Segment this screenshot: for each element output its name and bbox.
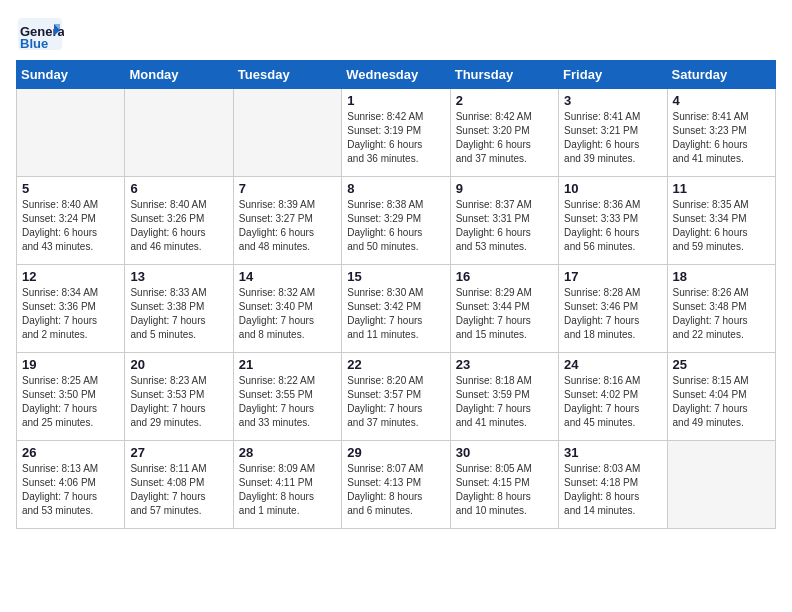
day-number: 30: [456, 445, 553, 460]
day-info: Sunrise: 8:05 AM Sunset: 4:15 PM Dayligh…: [456, 462, 553, 518]
calendar-cell: 16Sunrise: 8:29 AM Sunset: 3:44 PM Dayli…: [450, 265, 558, 353]
day-info: Sunrise: 8:11 AM Sunset: 4:08 PM Dayligh…: [130, 462, 227, 518]
calendar-table: SundayMondayTuesdayWednesdayThursdayFrid…: [16, 60, 776, 529]
calendar-week-4: 19Sunrise: 8:25 AM Sunset: 3:50 PM Dayli…: [17, 353, 776, 441]
day-number: 13: [130, 269, 227, 284]
day-number: 18: [673, 269, 770, 284]
day-number: 31: [564, 445, 661, 460]
calendar-cell: 30Sunrise: 8:05 AM Sunset: 4:15 PM Dayli…: [450, 441, 558, 529]
day-info: Sunrise: 8:41 AM Sunset: 3:21 PM Dayligh…: [564, 110, 661, 166]
calendar-cell: 25Sunrise: 8:15 AM Sunset: 4:04 PM Dayli…: [667, 353, 775, 441]
day-info: Sunrise: 8:23 AM Sunset: 3:53 PM Dayligh…: [130, 374, 227, 430]
logo: General Blue: [16, 16, 64, 52]
day-info: Sunrise: 8:13 AM Sunset: 4:06 PM Dayligh…: [22, 462, 119, 518]
calendar-cell: 9Sunrise: 8:37 AM Sunset: 3:31 PM Daylig…: [450, 177, 558, 265]
day-number: 2: [456, 93, 553, 108]
day-number: 9: [456, 181, 553, 196]
day-info: Sunrise: 8:26 AM Sunset: 3:48 PM Dayligh…: [673, 286, 770, 342]
weekday-header-sunday: Sunday: [17, 61, 125, 89]
day-number: 10: [564, 181, 661, 196]
calendar-cell: 28Sunrise: 8:09 AM Sunset: 4:11 PM Dayli…: [233, 441, 341, 529]
day-info: Sunrise: 8:40 AM Sunset: 3:24 PM Dayligh…: [22, 198, 119, 254]
day-number: 15: [347, 269, 444, 284]
day-number: 26: [22, 445, 119, 460]
day-number: 28: [239, 445, 336, 460]
day-number: 24: [564, 357, 661, 372]
day-number: 11: [673, 181, 770, 196]
day-info: Sunrise: 8:16 AM Sunset: 4:02 PM Dayligh…: [564, 374, 661, 430]
calendar-cell: 11Sunrise: 8:35 AM Sunset: 3:34 PM Dayli…: [667, 177, 775, 265]
calendar-cell: 19Sunrise: 8:25 AM Sunset: 3:50 PM Dayli…: [17, 353, 125, 441]
day-info: Sunrise: 8:33 AM Sunset: 3:38 PM Dayligh…: [130, 286, 227, 342]
day-number: 12: [22, 269, 119, 284]
calendar-cell: 22Sunrise: 8:20 AM Sunset: 3:57 PM Dayli…: [342, 353, 450, 441]
calendar-cell: 23Sunrise: 8:18 AM Sunset: 3:59 PM Dayli…: [450, 353, 558, 441]
day-info: Sunrise: 8:18 AM Sunset: 3:59 PM Dayligh…: [456, 374, 553, 430]
day-number: 20: [130, 357, 227, 372]
day-info: Sunrise: 8:37 AM Sunset: 3:31 PM Dayligh…: [456, 198, 553, 254]
day-info: Sunrise: 8:07 AM Sunset: 4:13 PM Dayligh…: [347, 462, 444, 518]
calendar-cell: 18Sunrise: 8:26 AM Sunset: 3:48 PM Dayli…: [667, 265, 775, 353]
calendar-cell: [125, 89, 233, 177]
calendar-cell: [17, 89, 125, 177]
day-number: 5: [22, 181, 119, 196]
logo-icon: General Blue: [16, 16, 64, 52]
calendar-cell: 27Sunrise: 8:11 AM Sunset: 4:08 PM Dayli…: [125, 441, 233, 529]
day-number: 17: [564, 269, 661, 284]
calendar-cell: 26Sunrise: 8:13 AM Sunset: 4:06 PM Dayli…: [17, 441, 125, 529]
day-number: 29: [347, 445, 444, 460]
calendar-week-5: 26Sunrise: 8:13 AM Sunset: 4:06 PM Dayli…: [17, 441, 776, 529]
calendar-cell: 31Sunrise: 8:03 AM Sunset: 4:18 PM Dayli…: [559, 441, 667, 529]
calendar-cell: 3Sunrise: 8:41 AM Sunset: 3:21 PM Daylig…: [559, 89, 667, 177]
calendar-cell: 7Sunrise: 8:39 AM Sunset: 3:27 PM Daylig…: [233, 177, 341, 265]
weekday-header-saturday: Saturday: [667, 61, 775, 89]
weekday-header-thursday: Thursday: [450, 61, 558, 89]
day-info: Sunrise: 8:39 AM Sunset: 3:27 PM Dayligh…: [239, 198, 336, 254]
day-number: 22: [347, 357, 444, 372]
calendar-cell: [667, 441, 775, 529]
weekday-header-wednesday: Wednesday: [342, 61, 450, 89]
calendar-week-2: 5Sunrise: 8:40 AM Sunset: 3:24 PM Daylig…: [17, 177, 776, 265]
calendar-cell: 2Sunrise: 8:42 AM Sunset: 3:20 PM Daylig…: [450, 89, 558, 177]
calendar-cell: 5Sunrise: 8:40 AM Sunset: 3:24 PM Daylig…: [17, 177, 125, 265]
day-number: 14: [239, 269, 336, 284]
calendar-cell: 13Sunrise: 8:33 AM Sunset: 3:38 PM Dayli…: [125, 265, 233, 353]
day-info: Sunrise: 8:03 AM Sunset: 4:18 PM Dayligh…: [564, 462, 661, 518]
calendar-cell: 17Sunrise: 8:28 AM Sunset: 3:46 PM Dayli…: [559, 265, 667, 353]
day-number: 21: [239, 357, 336, 372]
weekday-header-friday: Friday: [559, 61, 667, 89]
calendar-cell: 24Sunrise: 8:16 AM Sunset: 4:02 PM Dayli…: [559, 353, 667, 441]
weekday-header-monday: Monday: [125, 61, 233, 89]
day-number: 25: [673, 357, 770, 372]
day-info: Sunrise: 8:20 AM Sunset: 3:57 PM Dayligh…: [347, 374, 444, 430]
calendar-cell: 8Sunrise: 8:38 AM Sunset: 3:29 PM Daylig…: [342, 177, 450, 265]
day-number: 4: [673, 93, 770, 108]
day-number: 6: [130, 181, 227, 196]
calendar-cell: 14Sunrise: 8:32 AM Sunset: 3:40 PM Dayli…: [233, 265, 341, 353]
day-info: Sunrise: 8:32 AM Sunset: 3:40 PM Dayligh…: [239, 286, 336, 342]
calendar-cell: 29Sunrise: 8:07 AM Sunset: 4:13 PM Dayli…: [342, 441, 450, 529]
day-number: 19: [22, 357, 119, 372]
weekday-header-row: SundayMondayTuesdayWednesdayThursdayFrid…: [17, 61, 776, 89]
calendar-cell: 4Sunrise: 8:41 AM Sunset: 3:23 PM Daylig…: [667, 89, 775, 177]
page-header: General Blue: [16, 16, 776, 52]
day-number: 7: [239, 181, 336, 196]
day-info: Sunrise: 8:15 AM Sunset: 4:04 PM Dayligh…: [673, 374, 770, 430]
calendar-cell: 6Sunrise: 8:40 AM Sunset: 3:26 PM Daylig…: [125, 177, 233, 265]
svg-text:Blue: Blue: [20, 36, 48, 51]
day-info: Sunrise: 8:36 AM Sunset: 3:33 PM Dayligh…: [564, 198, 661, 254]
day-number: 8: [347, 181, 444, 196]
day-info: Sunrise: 8:41 AM Sunset: 3:23 PM Dayligh…: [673, 110, 770, 166]
weekday-header-tuesday: Tuesday: [233, 61, 341, 89]
calendar-cell: 21Sunrise: 8:22 AM Sunset: 3:55 PM Dayli…: [233, 353, 341, 441]
day-info: Sunrise: 8:28 AM Sunset: 3:46 PM Dayligh…: [564, 286, 661, 342]
calendar-cell: [233, 89, 341, 177]
calendar-week-1: 1Sunrise: 8:42 AM Sunset: 3:19 PM Daylig…: [17, 89, 776, 177]
day-info: Sunrise: 8:42 AM Sunset: 3:20 PM Dayligh…: [456, 110, 553, 166]
calendar-week-3: 12Sunrise: 8:34 AM Sunset: 3:36 PM Dayli…: [17, 265, 776, 353]
calendar-cell: 20Sunrise: 8:23 AM Sunset: 3:53 PM Dayli…: [125, 353, 233, 441]
calendar-cell: 10Sunrise: 8:36 AM Sunset: 3:33 PM Dayli…: [559, 177, 667, 265]
day-number: 3: [564, 93, 661, 108]
day-info: Sunrise: 8:22 AM Sunset: 3:55 PM Dayligh…: [239, 374, 336, 430]
day-number: 23: [456, 357, 553, 372]
